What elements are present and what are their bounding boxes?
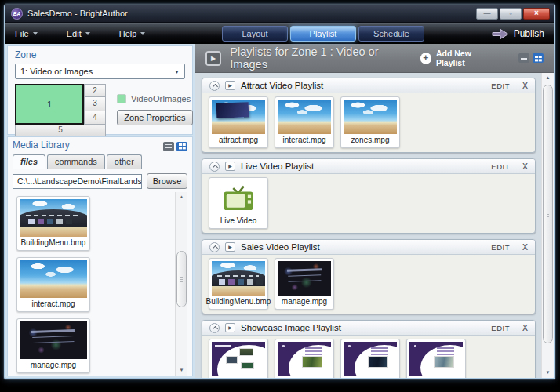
menu-squares-art xyxy=(28,219,35,224)
playlist-section: ▶Sales Video PlaylistEDITXBuildingMenu.b… xyxy=(202,239,536,314)
tv-icon xyxy=(221,183,256,212)
thumbnail-label: BuildingMenu.bmp xyxy=(206,297,271,307)
list-view-icon[interactable] xyxy=(163,142,174,151)
playlist-item[interactable]: manage.mpg xyxy=(275,258,334,310)
play-icon[interactable]: ▶ xyxy=(225,323,235,332)
playlist-item[interactable]: zones.mpg xyxy=(340,96,400,148)
collapse-icon[interactable] xyxy=(209,162,220,172)
play-icon[interactable]: ▶ xyxy=(225,162,235,171)
playlists-scrollbar[interactable]: ▲ ▼ xyxy=(541,73,554,378)
edit-button[interactable]: EDIT xyxy=(491,243,510,252)
zone-checkbox-label: VideoOrImages xyxy=(131,94,191,103)
scroll-down-icon[interactable]: ▼ xyxy=(176,365,187,376)
text-lines-art xyxy=(305,347,322,349)
playlist-item[interactable]: BuildingMenu.bmp xyxy=(209,258,268,310)
scroll-up-icon[interactable]: ▲ xyxy=(542,73,554,83)
add-icon: + xyxy=(420,53,431,64)
playlist-section: ▶Live Video PlaylistEDITXLive Video xyxy=(202,158,536,234)
zone-cell-4[interactable]: 4 xyxy=(84,111,106,125)
collapse-icon[interactable] xyxy=(209,242,220,252)
collapse-icon[interactable] xyxy=(209,323,220,333)
video-screen-art xyxy=(216,102,249,118)
tab-layout[interactable]: Layout xyxy=(222,26,288,42)
tab-schedule[interactable]: Schedule xyxy=(358,26,424,42)
zone-panel-title: Zone xyxy=(15,49,185,60)
playlist-item[interactable]: Live Video xyxy=(209,177,268,229)
scroll-up-icon[interactable]: ▲ xyxy=(176,192,187,202)
menu-bar: FileEditHelp LayoutPlaylistSchedule Publ… xyxy=(5,23,554,44)
publish-arrow-icon xyxy=(492,28,509,40)
maximize-button[interactable]: ▫ xyxy=(500,8,522,20)
media-tab-commands[interactable]: commands xyxy=(47,154,105,169)
playlist-section-header: ▶Live Video PlaylistEDITX xyxy=(202,159,535,174)
menu-squares-art xyxy=(219,279,225,285)
play-icon[interactable]: ▶ xyxy=(225,242,235,252)
playlist-item[interactable]: attract.mpg xyxy=(209,96,268,148)
media-item[interactable]: interact.mpg xyxy=(16,257,90,312)
text-lines-art xyxy=(287,268,322,272)
menu-edit[interactable]: Edit xyxy=(67,29,90,38)
play-icon[interactable]: ▶ xyxy=(225,81,235,90)
chevron-down-icon xyxy=(33,32,38,35)
zone-cell-1[interactable]: 1 xyxy=(15,84,84,125)
playlist-section-header: ▶Sales Video PlaylistEDITX xyxy=(202,240,535,255)
playlist-grid-view-icon[interactable] xyxy=(533,53,544,63)
menu-file[interactable]: File xyxy=(15,29,38,38)
playlist-item[interactable]: mbay2.bmp xyxy=(340,339,400,378)
close-playlist-button[interactable]: X xyxy=(522,81,528,90)
playlist-section: ▶Showcase Image PlaylistEDITXshowcase.bm… xyxy=(202,320,536,378)
zone-cell-2[interactable]: 2 xyxy=(84,84,106,97)
playlist-section-title: Attract Video Playlist xyxy=(241,81,323,90)
close-playlist-button[interactable]: X xyxy=(522,323,528,332)
chevron-down-icon: ▼ xyxy=(174,69,180,74)
thumbnail-image xyxy=(344,100,397,134)
menu-label: Edit xyxy=(67,29,82,38)
media-item[interactable]: BuildingMenu.bmp xyxy=(16,196,90,251)
zone-cell-5[interactable]: 5 xyxy=(15,125,106,136)
playlists-panel: ▶ Playlists for Zone 1 : Video or Images… xyxy=(195,44,554,378)
playlists-title: Playlists for Zone 1 : Video or Images xyxy=(230,45,411,71)
playlist-item[interactable]: showcase.bmp xyxy=(209,339,268,378)
zone-properties-button[interactable]: Zone Properties xyxy=(117,110,193,125)
playlist-item[interactable]: mbay1.bmp xyxy=(275,339,334,378)
edit-button[interactable]: EDIT xyxy=(491,324,510,332)
menu-help[interactable]: Help xyxy=(119,29,146,38)
grid-view-icon[interactable] xyxy=(176,142,187,151)
media-path-input[interactable]: C:\...\LandscapeDemo\FinalLandscape xyxy=(13,174,142,189)
edit-button[interactable]: EDIT xyxy=(491,82,510,90)
media-scrollbar-thumb[interactable] xyxy=(176,251,187,307)
playlist-item[interactable]: mbay3.bmp xyxy=(406,339,466,378)
media-tab-files[interactable]: files xyxy=(13,154,45,169)
playlist-sections: ▶Attract Video PlaylistEDITXattract.mpgi… xyxy=(202,78,536,378)
edit-button[interactable]: EDIT xyxy=(491,162,510,171)
publish-button[interactable]: Publish xyxy=(492,28,544,40)
add-new-playlist-label: Add New Playlist xyxy=(436,49,500,67)
playlists-scrollbar-thumb[interactable] xyxy=(543,85,553,343)
title-bar: BA SalesDemo - BrightAuthor — ▫ × xyxy=(5,5,554,23)
zone-cell-3[interactable]: 3 xyxy=(84,97,106,111)
media-item[interactable]: manage.mpg xyxy=(16,318,90,373)
playlist-section-title: Showcase Image Playlist xyxy=(241,323,341,332)
media-tab-other[interactable]: other xyxy=(107,154,142,169)
scroll-down-icon[interactable]: ▼ xyxy=(542,368,554,378)
media-scrollbar[interactable]: ▲ ▼ xyxy=(175,192,187,376)
collapse-icon[interactable] xyxy=(209,81,220,91)
close-playlist-button[interactable]: X xyxy=(522,242,528,252)
close-playlist-button[interactable]: X xyxy=(522,162,528,171)
zone-dropdown[interactable]: 1: Video or Images ▼ xyxy=(15,64,185,79)
minimize-button[interactable]: — xyxy=(476,8,498,20)
playlist-list-view-icon[interactable] xyxy=(518,53,529,63)
add-new-playlist-button[interactable]: + Add New Playlist xyxy=(420,49,500,67)
playlist-section-title: Sales Video Playlist xyxy=(241,242,320,252)
publish-label: Publish xyxy=(514,28,544,39)
chevron-down-icon xyxy=(85,32,90,35)
main-tabs: LayoutPlaylistSchedule xyxy=(222,26,424,42)
tab-playlist[interactable]: Playlist xyxy=(290,26,356,42)
zone-panel: Zone 1: Video or Images ▼ 1 2 3 4 5 xyxy=(7,45,193,135)
playlist-item[interactable]: interact.mpg xyxy=(275,96,334,148)
text-lines-art xyxy=(31,329,75,333)
close-button[interactable]: × xyxy=(523,8,550,20)
thumbnail-image xyxy=(344,342,397,376)
browse-button[interactable]: Browse xyxy=(147,173,187,189)
zone-checkbox[interactable] xyxy=(117,94,126,103)
